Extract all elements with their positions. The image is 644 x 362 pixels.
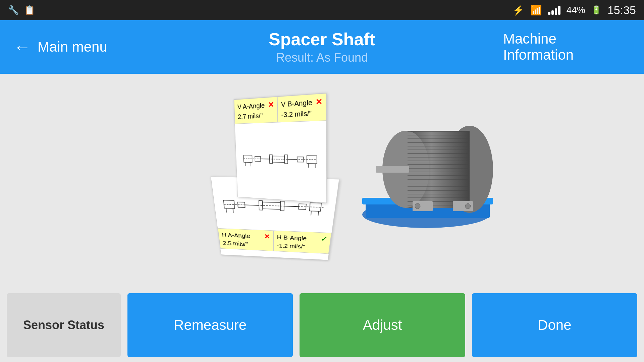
h-b-angle-label: H B-Angle [277, 234, 307, 242]
svg-line-24 [226, 208, 226, 213]
h-b-angle-status: ✓ [320, 235, 327, 243]
header-center: Spacer Shaft Result: As Found [141, 29, 503, 65]
signal-icon [548, 5, 560, 15]
page-subtitle: Result: As Found [276, 51, 368, 65]
wrench-icon: 🔧 [8, 5, 19, 15]
sensor-status-button[interactable]: Sensor Status [7, 293, 121, 357]
header: ← Main menu Spacer Shaft Result: As Foun… [0, 20, 644, 74]
vertical-angle-card[interactable]: V A-Angle ✕ 2.7 mils/" V B-Angle ✕ -3.2 … [233, 93, 327, 203]
clock: 15:35 [607, 4, 636, 17]
svg-line-17 [245, 205, 259, 205]
svg-line-27 [318, 211, 319, 216]
battery-icon: 🔋 [591, 5, 601, 15]
v-b-angle-label: V B-Angle [281, 98, 312, 109]
v-a-angle-value: 2.7 mils/" [238, 111, 274, 121]
v-shaft-diagram [235, 121, 326, 198]
v-a-angle-label: V A-Angle [237, 101, 265, 111]
h-b-angle-cell: H B-Angle ✓ -1.2 mils/" [273, 230, 332, 254]
h-a-angle-value: 2.5 mils/" [222, 239, 270, 248]
clipboard-icon: 📋 [24, 5, 35, 15]
machine-info-button[interactable]: Machine Information [503, 31, 644, 63]
bluetooth-icon: ⚡ [513, 5, 524, 16]
h-a-angle-status: ✕ [264, 233, 270, 241]
h-a-angle-cell: H A-Angle ✕ 2.5 mils/" [218, 228, 273, 251]
h-a-angle-label: H A-Angle [221, 231, 250, 240]
page-title: Spacer Shaft [269, 29, 375, 49]
status-bar: 🔧 📋 ⚡ 📶 44% 🔋 15:35 [0, 0, 644, 20]
status-bar-left: 🔧 📋 [8, 5, 35, 15]
v-a-angle-status: ✕ [268, 100, 274, 110]
svg-line-25 [233, 208, 233, 213]
h-b-angle-value: -1.2 mils/" [277, 242, 326, 251]
svg-point-59 [465, 203, 471, 209]
svg-point-58 [415, 203, 420, 209]
machine-visualization[interactable]: V A-Angle ✕ 2.7 mils/" V B-Angle ✕ -3.2 … [188, 97, 456, 272]
battery-level: 44% [567, 5, 585, 15]
machine-info-label: Machine Information [503, 31, 631, 63]
motor-3d-model [356, 111, 496, 231]
main-menu-label[interactable]: Main menu [38, 39, 107, 55]
remeasure-button[interactable]: Remeasure [127, 293, 293, 357]
bottom-toolbar: Sensor Status Remeasure Adjust Done [0, 288, 644, 362]
v-a-angle-cell: V A-Angle ✕ 2.7 mils/" [234, 97, 278, 124]
v-b-angle-cell: V B-Angle ✕ -3.2 mils/" [277, 93, 326, 122]
v-measurements: V A-Angle ✕ 2.7 mils/" V B-Angle ✕ -3.2 … [234, 93, 326, 124]
back-navigation[interactable]: ← Main menu [0, 38, 141, 56]
svg-rect-55 [376, 166, 409, 173]
wifi-icon: 📶 [530, 5, 542, 16]
svg-line-26 [311, 211, 311, 216]
svg-rect-8 [297, 157, 304, 162]
svg-line-21 [284, 206, 299, 206]
back-arrow-icon: ← [13, 38, 31, 56]
h-measurements: H A-Angle ✕ 2.5 mils/" H B-Angle ✓ -1.2 … [218, 228, 331, 254]
svg-line-0 [244, 159, 317, 160]
v-b-angle-status: ✕ [315, 97, 322, 108]
v-b-angle-value: -3.2 mils/" [281, 108, 322, 119]
status-bar-right: ⚡ 📶 44% 🔋 15:35 [513, 4, 636, 17]
done-button[interactable]: Done [472, 293, 637, 357]
main-content: V A-Angle ✕ 2.7 mils/" V B-Angle ✕ -3.2 … [0, 74, 644, 288]
adjust-button[interactable]: Adjust [300, 293, 465, 357]
